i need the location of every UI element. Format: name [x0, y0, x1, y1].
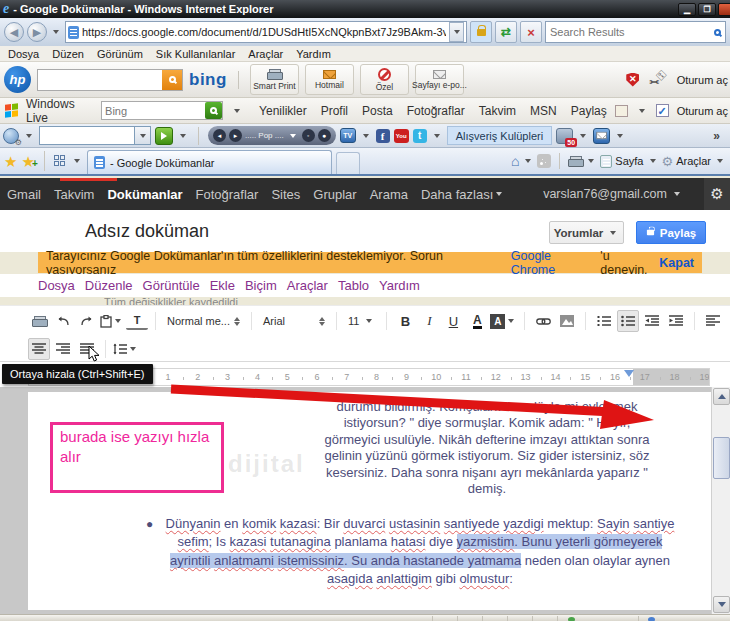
- font-dropdown[interactable]: Arial: [259, 310, 329, 332]
- url-dropdown[interactable]: [449, 22, 464, 42]
- print-icon[interactable]: [568, 156, 582, 167]
- favorites-star-icon[interactable]: ★: [4, 154, 17, 169]
- search-icon[interactable]: [714, 29, 721, 36]
- media-combobox-input[interactable]: [40, 127, 134, 144]
- undo-button[interactable]: [52, 310, 74, 332]
- security-shield-icon[interactable]: ✕: [626, 73, 639, 87]
- ozel-button[interactable]: Özel: [360, 64, 409, 95]
- redo-button[interactable]: [76, 310, 98, 332]
- player-dropdown-icon[interactable]: [290, 134, 296, 138]
- text-color-button[interactable]: A: [466, 310, 488, 332]
- shopping-clubs-button[interactable]: Alışveriş Kulüpleri: [447, 126, 552, 145]
- maximize-button[interactable]: ❐: [698, 3, 716, 16]
- wl-item-paylas[interactable]: Paylaş: [571, 104, 607, 118]
- checkbox-icon[interactable]: ✓: [656, 104, 669, 117]
- wl-item-msn[interactable]: MSN: [530, 104, 557, 118]
- hp-search-input[interactable]: [38, 72, 162, 87]
- gbar-item-dokumanlar[interactable]: Dokümanlar: [107, 187, 182, 202]
- gbar-item-sites[interactable]: Sites: [271, 187, 300, 202]
- align-right-button[interactable]: [52, 338, 74, 360]
- docs-menu-ekle[interactable]: Ekle: [210, 278, 235, 293]
- gbar-settings-button[interactable]: ⚙: [704, 178, 730, 210]
- docs-menu-dosya[interactable]: Dosya: [38, 278, 75, 293]
- wl-item-posta[interactable]: Posta: [362, 104, 393, 118]
- mail-dropdown-icon[interactable]: [617, 134, 623, 138]
- home-icon[interactable]: ⌂: [511, 153, 519, 169]
- page-menu-button[interactable]: Sayfa: [615, 155, 643, 167]
- gbar-item-daha-fazlasi[interactable]: Daha fazlası: [421, 187, 505, 202]
- player-next-icon[interactable]: ▸: [229, 129, 242, 142]
- gbar-item-fotograflar[interactable]: Fotoğraflar: [196, 187, 259, 202]
- menu-sik-kullanilanlar[interactable]: Sık Kullanılanlar: [156, 48, 236, 60]
- warning-close-link[interactable]: Kapat: [659, 256, 694, 270]
- bing-logo[interactable]: bing: [189, 70, 227, 90]
- smart-print-button[interactable]: Smart Print: [250, 64, 299, 95]
- account-menu[interactable]: varslan76@gmail.com: [543, 187, 683, 201]
- margin-marker-icon[interactable]: [624, 370, 634, 377]
- hp-signin-link[interactable]: Oturum aç: [677, 74, 728, 86]
- font-size-dropdown[interactable]: 11: [344, 310, 379, 332]
- gbar-item-takvim[interactable]: Takvim: [54, 187, 94, 202]
- security-lock-button[interactable]: [470, 21, 492, 43]
- google-chrome-link[interactable]: Google Chrome: [511, 249, 598, 277]
- bullet-list-button[interactable]: [617, 310, 639, 332]
- docs-menu-yardim[interactable]: Yardım: [379, 278, 420, 293]
- menu-dosya[interactable]: Dosya: [8, 48, 39, 60]
- bold-button[interactable]: B: [394, 310, 416, 332]
- align-left-button[interactable]: [702, 310, 724, 332]
- page-dropdown-icon[interactable]: [650, 159, 656, 163]
- wl-signin-link[interactable]: Oturum aç: [677, 105, 728, 117]
- tab-list-dropdown-icon[interactable]: [74, 159, 80, 163]
- vertical-scrollbar[interactable]: [711, 387, 730, 614]
- windows-live-label[interactable]: Windows Live: [26, 97, 93, 125]
- wl-extra-icon[interactable]: [615, 105, 628, 117]
- tv-icon[interactable]: TV: [340, 128, 356, 143]
- toolbar-overflow-chevron[interactable]: »: [713, 129, 730, 143]
- document-page[interactable]: dijital durumu bildirmiş. Komşuları: " u…: [28, 392, 711, 610]
- scroll-down-button[interactable]: [713, 596, 730, 613]
- indent-button[interactable]: [665, 310, 687, 332]
- hp-logo[interactable]: hp: [4, 66, 31, 93]
- globe-dropdown-icon[interactable]: [26, 134, 32, 138]
- scroll-up-button[interactable]: [713, 388, 730, 405]
- print-button[interactable]: [28, 310, 50, 332]
- volume-up-icon[interactable]: ●: [318, 129, 331, 142]
- email-page-button[interactable]: Sayfayı e-po...: [415, 64, 464, 95]
- wl-item-yenilikler[interactable]: Yenilikler: [259, 104, 307, 118]
- gbar-item-gruplar[interactable]: Gruplar: [313, 187, 356, 202]
- facebook-icon[interactable]: f: [376, 129, 390, 143]
- player-prev-icon[interactable]: ◂: [213, 129, 226, 142]
- radio-player[interactable]: ◂ ▸ ..... Pop .... ◦ ●: [208, 126, 336, 145]
- gbar-item-arama[interactable]: Arama: [370, 187, 408, 202]
- web-clipboard-button[interactable]: [100, 310, 124, 332]
- wl-search-dropdown-icon[interactable]: [234, 109, 240, 113]
- wrench-icon[interactable]: 🔧︎⚿: [647, 68, 670, 91]
- numbered-list-button[interactable]: [593, 310, 615, 332]
- share-button[interactable]: Paylaş: [636, 221, 706, 244]
- insert-image-button[interactable]: [556, 310, 578, 332]
- media-play-dropdown-icon[interactable]: [180, 134, 186, 138]
- docs-menu-tablo[interactable]: Tablo: [338, 278, 369, 293]
- outdent-button[interactable]: [641, 310, 663, 332]
- add-favorite-icon[interactable]: ★: [21, 154, 34, 169]
- twitter-icon[interactable]: t: [413, 129, 427, 143]
- social-dropdown-icon[interactable]: [434, 134, 440, 138]
- docs-menu-bicim[interactable]: Biçim: [245, 278, 277, 293]
- menu-duzen[interactable]: Düzen: [52, 48, 84, 60]
- wl-search-box[interactable]: [101, 101, 223, 120]
- scrollbar-thumb[interactable]: [713, 437, 730, 479]
- wl-extra-dropdown-icon[interactable]: [639, 109, 645, 113]
- nav-history-dropdown-icon[interactable]: [53, 30, 59, 34]
- wl-item-profil[interactable]: Profil: [321, 104, 348, 118]
- media-combobox-dropdown[interactable]: [134, 127, 150, 144]
- stop-button[interactable]: ×: [520, 21, 542, 43]
- minimize-button[interactable]: ▁: [678, 3, 696, 16]
- italic-button[interactable]: I: [418, 310, 440, 332]
- wl-item-takvim[interactable]: Takvim: [479, 104, 516, 118]
- styles-dropdown[interactable]: Normal me...: [163, 310, 244, 332]
- tools-menu-button[interactable]: Araçlar: [676, 155, 711, 167]
- volume-down-icon[interactable]: ◦: [302, 129, 315, 142]
- forward-button[interactable]: ▶: [27, 22, 47, 42]
- hp-search-box[interactable]: [37, 69, 183, 91]
- wl-item-fotograflar[interactable]: Fotoğraflar: [407, 104, 465, 118]
